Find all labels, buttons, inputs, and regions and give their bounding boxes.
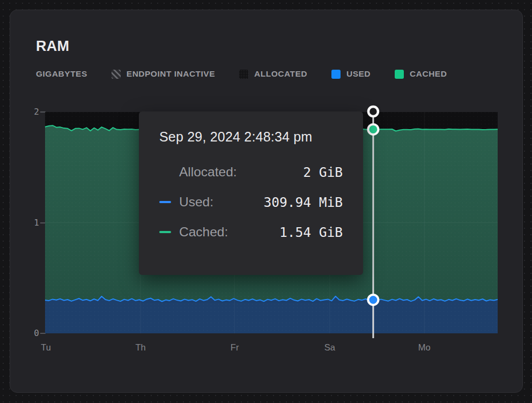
dashboard-background: RAM GIGABYTES ENDPOINT INACTIVE ALLOCATE… — [0, 0, 532, 403]
tooltip-timestamp: Sep 29, 2024 2:48:34 pm — [159, 129, 343, 145]
allocated-swatch-icon — [239, 70, 248, 79]
used-marker-icon — [368, 295, 378, 305]
cached-dash-icon — [159, 231, 171, 234]
tooltip-value: 309.94 MiB — [263, 195, 343, 210]
y-axis-tick-label: 2 — [21, 107, 39, 117]
x-axis-tick-label: Tu — [41, 342, 51, 353]
tooltip-label: Cached: — [179, 225, 228, 240]
x-axis-tick-label: Sa — [324, 342, 335, 353]
tooltip-row-used: Used: 309.94 MiB — [159, 193, 343, 211]
x-axis-tick-label: Th — [135, 342, 145, 353]
legend-item-used[interactable]: USED — [331, 69, 371, 79]
used-swatch-icon — [331, 70, 341, 79]
allocated-marker-icon — [368, 107, 378, 116]
legend-label: USED — [346, 69, 371, 79]
legend-label: ALLOCATED — [254, 69, 307, 79]
x-axis-tick-label: Fr — [231, 342, 239, 353]
legend-label: ENDPOINT INACTIVE — [127, 69, 215, 79]
legend-item-cached[interactable]: CACHED — [395, 69, 447, 79]
legend-item-endpoint-inactive[interactable]: ENDPOINT INACTIVE — [112, 69, 215, 79]
used-dash-icon — [159, 201, 171, 204]
y-axis-unit-label: GIGABYTES — [36, 69, 87, 79]
tooltip-label: Allocated: — [179, 165, 237, 180]
tooltip-value: 2 GiB — [303, 165, 343, 180]
ram-metrics-card: RAM GIGABYTES ENDPOINT INACTIVE ALLOCATE… — [10, 10, 523, 393]
hatch-swatch-icon — [112, 70, 121, 79]
tooltip-label: Used: — [179, 195, 213, 210]
chart-legend: GIGABYTES ENDPOINT INACTIVE ALLOCATED US… — [36, 68, 447, 80]
y-axis-tick-label: 1 — [21, 218, 39, 228]
legend-item-allocated[interactable]: ALLOCATED — [239, 69, 307, 79]
y-axis-tick-label: 0 — [21, 328, 39, 339]
cached-marker-icon — [368, 124, 378, 135]
tooltip-value: 1.54 GiB — [279, 225, 343, 240]
cached-swatch-icon — [395, 70, 404, 79]
page-title: RAM — [36, 38, 69, 55]
chart-tooltip: Sep 29, 2024 2:48:34 pm Allocated: 2 GiB… — [139, 111, 363, 275]
x-axis-tick-label: Mo — [418, 342, 431, 353]
legend-label: CACHED — [410, 69, 447, 79]
tooltip-row-cached: Cached: 1.54 GiB — [159, 223, 343, 241]
tooltip-row-allocated: Allocated: 2 GiB — [159, 163, 343, 181]
